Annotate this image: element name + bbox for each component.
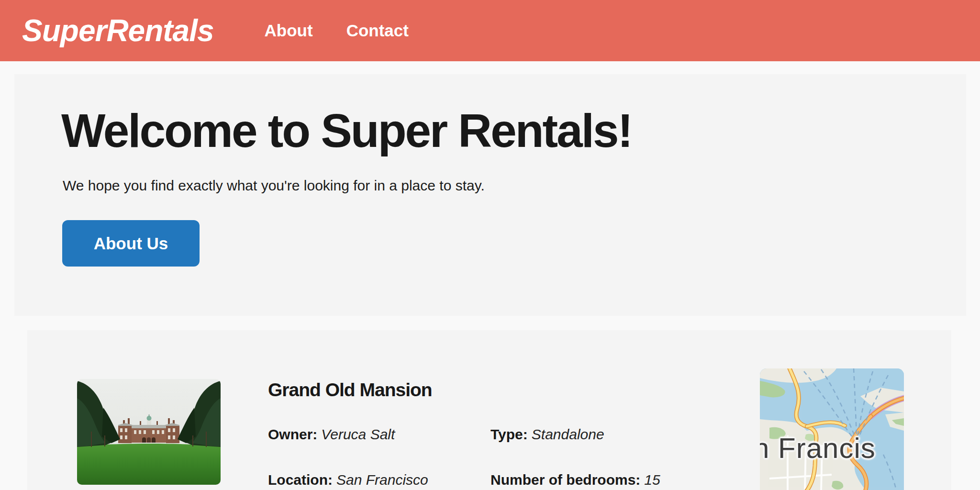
nav-link-about[interactable]: About [265, 21, 313, 40]
attribute-value: 15 [644, 472, 660, 488]
attribute-label: Owner: [268, 426, 317, 442]
attribute-value: Standalone [532, 426, 604, 442]
attribute-bedrooms: Number of bedrooms:15 [490, 471, 660, 489]
page-title: Welcome to Super Rentals! [61, 104, 632, 158]
main-nav: About Contact [265, 21, 409, 40]
attribute-value: Veruca Salt [321, 426, 395, 442]
attribute-owner: Owner:Veruca Salt [268, 426, 490, 443]
rental-photo [77, 379, 221, 485]
attribute-value: San Francisco [336, 472, 428, 488]
attribute-label: Type: [490, 426, 528, 442]
nav-link-contact[interactable]: Contact [346, 21, 409, 40]
map-city-label: n Francis [760, 432, 904, 465]
map-image: n Francis [760, 368, 904, 490]
attribute-label: Location: [268, 472, 333, 488]
about-us-button[interactable]: About Us [62, 220, 200, 267]
attribute-location: Location:San Francisco [268, 471, 490, 489]
attribute-type: Type:Standalone [490, 426, 660, 443]
header-nav: SuperRentals About Contact [0, 0, 980, 61]
logo[interactable]: SuperRentals [22, 13, 214, 48]
rental-attributes: Owner:Veruca Salt Type:Standalone Locati… [268, 426, 660, 489]
page-subtitle: We hope you find exactly what you're loo… [63, 178, 485, 194]
attribute-label: Number of bedrooms: [490, 472, 640, 488]
rental-card: Grand Old Mansion Owner:Veruca Salt Type… [27, 330, 951, 490]
rental-title: Grand Old Mansion [268, 379, 432, 401]
jumbotron: Welcome to Super Rentals! We hope you fi… [14, 74, 966, 316]
